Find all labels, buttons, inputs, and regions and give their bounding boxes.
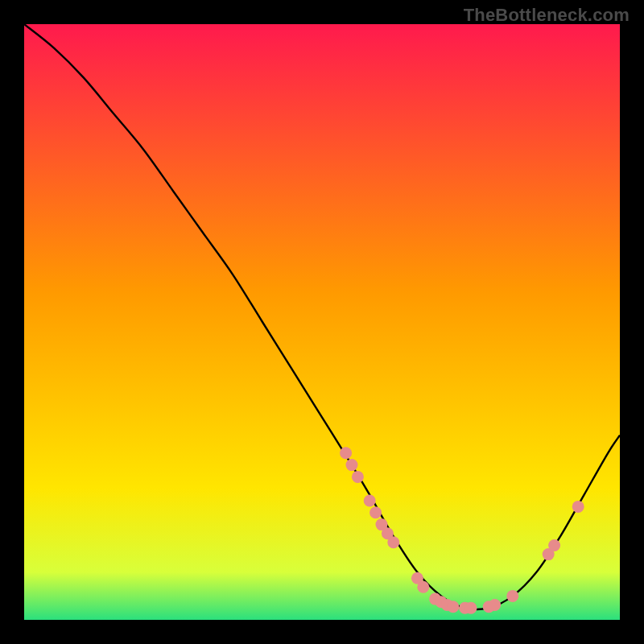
chart-svg bbox=[24, 24, 620, 620]
scatter-point bbox=[364, 495, 376, 507]
chart-frame: TheBottleneck.com bbox=[0, 0, 644, 644]
scatter-point bbox=[340, 447, 352, 459]
scatter-point bbox=[352, 471, 364, 483]
watermark-text: TheBottleneck.com bbox=[464, 5, 630, 26]
scatter-point bbox=[369, 506, 382, 518]
scatter-point bbox=[572, 501, 584, 513]
scatter-point bbox=[489, 599, 501, 611]
scatter-point bbox=[548, 539, 560, 551]
scatter-point bbox=[465, 602, 477, 614]
scatter-point bbox=[387, 536, 399, 548]
plot-area bbox=[24, 24, 620, 620]
scatter-point bbox=[506, 590, 518, 602]
scatter-point bbox=[447, 601, 459, 613]
scatter-point bbox=[417, 581, 429, 593]
scatter-point bbox=[346, 459, 358, 471]
